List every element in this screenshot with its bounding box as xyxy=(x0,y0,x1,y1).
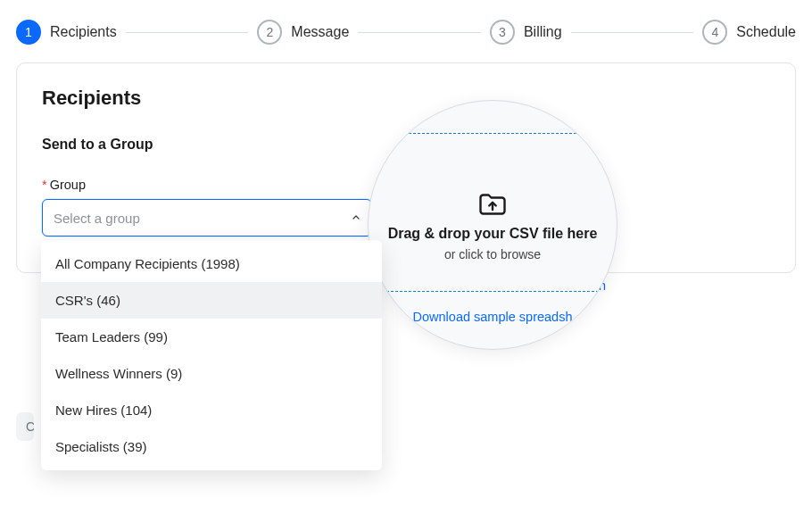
chevron-up-icon xyxy=(351,211,361,226)
group-option[interactable]: Team Leaders (99) xyxy=(41,319,382,355)
required-asterisk: * xyxy=(42,178,47,192)
stepper: 1 Recipients 2 Message 3 Billing 4 Sched… xyxy=(0,0,812,54)
upload-main-text: Drag & drop your CSV file here xyxy=(388,226,598,242)
step-circle-4: 4 xyxy=(702,20,727,45)
group-select[interactable]: Select a group xyxy=(42,199,372,236)
step-label-billing: Billing xyxy=(524,24,562,40)
step-message[interactable]: 2 Message xyxy=(257,20,349,45)
step-circle-3: 3 xyxy=(490,20,515,45)
group-option[interactable]: Specialists (39) xyxy=(41,428,382,465)
upload-zoom-lens: Drag & drop your CSV file here or click … xyxy=(368,100,617,350)
step-recipients[interactable]: 1 Recipients xyxy=(16,20,117,45)
step-schedule[interactable]: 4 Schedule xyxy=(702,20,796,45)
group-select-placeholder: Select a group xyxy=(54,211,140,226)
group-option[interactable]: All Company Recipients (1998) xyxy=(41,245,382,282)
download-sample-link-zoom[interactable]: Download sample spreadsh xyxy=(413,310,573,324)
step-label-message: Message xyxy=(291,24,349,40)
group-option[interactable]: New Hires (104) xyxy=(41,392,382,428)
dash-line xyxy=(369,291,617,292)
group-option[interactable]: CSR's (46) xyxy=(41,282,382,319)
cancel-button-label: C xyxy=(26,419,34,434)
step-label-schedule: Schedule xyxy=(736,24,796,40)
stepper-connector xyxy=(571,32,694,33)
group-dropdown: All Company Recipients (1998) CSR's (46)… xyxy=(41,240,382,470)
stepper-connector xyxy=(126,32,249,33)
step-circle-2: 2 xyxy=(257,20,282,45)
upload-sub-text[interactable]: or click to browse xyxy=(444,247,541,261)
step-billing[interactable]: 3 Billing xyxy=(490,20,562,45)
stepper-connector xyxy=(358,32,481,33)
card-title: Recipients xyxy=(42,87,770,110)
group-option[interactable]: Wellness Winners (9) xyxy=(41,355,382,392)
cancel-button[interactable]: C xyxy=(16,412,34,441)
step-circle-1: 1 xyxy=(16,20,41,45)
step-label-recipients: Recipients xyxy=(50,24,117,40)
